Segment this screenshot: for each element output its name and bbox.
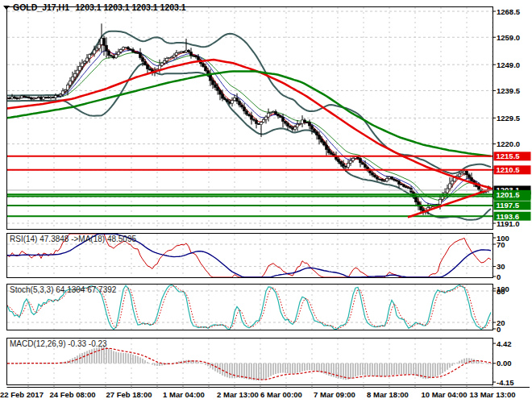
price-axis[interactable]: 1268.51259.01249.01239.51229.51220.01210…	[493, 7, 531, 387]
axis-tick-label: 30	[497, 262, 505, 271]
axis-tick-label: 1249.0	[497, 60, 520, 69]
svg-text:1197.5: 1197.5	[497, 201, 520, 210]
axis-tick-label: -4.15	[497, 378, 514, 387]
trading-chart-canvas[interactable]: 1268.51259.01249.01239.51229.51220.01210…	[0, 0, 532, 403]
axis-tick-label: 80	[497, 287, 505, 296]
time-tick-label: 2 Mar 13:00	[217, 390, 259, 399]
time-tick-label: 24 Feb 08:00	[49, 390, 95, 399]
axis-tick-label: 0	[497, 325, 501, 334]
time-tick-label: 22 Feb 2017	[0, 390, 44, 399]
axis-tick-label: 4.42	[497, 339, 512, 348]
time-tick-label: 10 Mar 04:00	[421, 390, 467, 399]
svg-text:1215.5: 1215.5	[497, 152, 521, 160]
axis-tick-label: 0	[497, 272, 501, 281]
time-tick-label: 1 Mar 04:00	[163, 390, 205, 399]
axis-tick-label: 1239.5	[497, 86, 521, 95]
axis-tick-label: 1220.0	[497, 139, 520, 148]
time-tick-label: 8 Mar 18:00	[367, 390, 409, 399]
time-tick-label: 6 Mar 00:00	[260, 390, 302, 399]
candlestick-series	[6, 23, 493, 215]
rsi-legend: RSI(14) 47.3848 ->MA(18) 48.5095	[10, 235, 136, 243]
triangle-marker-icon	[3, 6, 10, 10]
chart-window: 1268.51259.01249.01239.51229.51220.01210…	[0, 0, 532, 403]
svg-text:1193.6: 1193.6	[497, 212, 520, 221]
axis-tick-label: 1259.0	[497, 33, 520, 42]
svg-text:1201.5: 1201.5	[497, 190, 521, 199]
axis-tick-label: 1229.5	[497, 114, 521, 123]
svg-text:1210.5: 1210.5	[497, 165, 521, 174]
time-tick-label: 7 Mar 09:00	[314, 390, 355, 399]
axis-tick-label: 70	[497, 240, 505, 249]
chart-title: GOLD_J17,H11203.1 1203.1 1203.1 1203.1	[13, 2, 186, 12]
time-tick-label: 13 Mar 13:00	[469, 390, 515, 399]
macd-legend: MACD(12,26,9) -0.33 -0.23	[10, 339, 107, 348]
stochastic-legend: Stoch(5,3,3) 64.1304 67.7392	[10, 285, 117, 294]
axis-tick-label: 1268.5	[497, 7, 521, 16]
time-tick-label: 27 Feb 18:00	[106, 390, 152, 399]
axis-tick-label: 0.00	[497, 359, 512, 368]
